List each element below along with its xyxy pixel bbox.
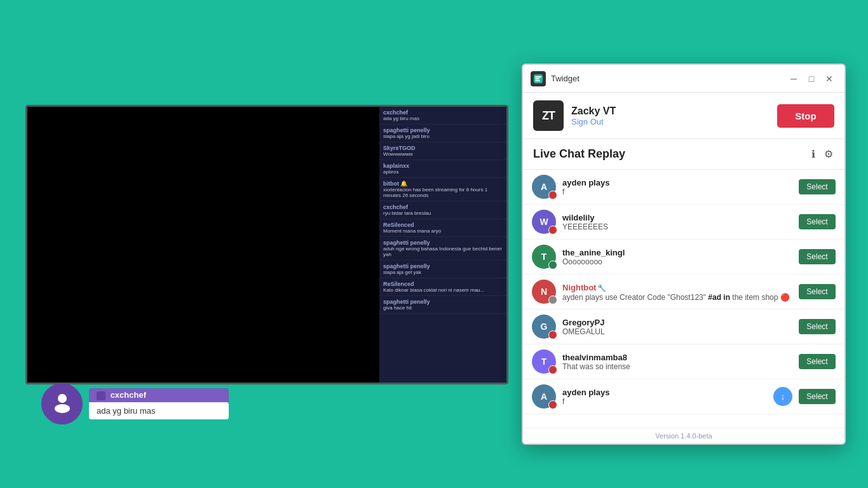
stream-chat-item: spaghetti penellyaduh nge wrong bahasa I… (379, 237, 506, 261)
user-avatar: ZT (533, 100, 564, 131)
chat-section-title: Live Chat Replay (533, 147, 810, 161)
chat-item-message: That was so intense (562, 362, 792, 371)
chat-section: Live Chat Replay ℹ ⚙ Aayden playsfSelect… (523, 139, 844, 428)
stream-chat-item: spaghetti penellygiva hace hit (379, 296, 506, 314)
svg-rect-5 (535, 80, 540, 81)
chat-item-username: thealvinmamba8 (562, 353, 792, 362)
user-name: Zacky VT (571, 105, 777, 117)
svg-point-1 (55, 404, 70, 413)
minimize-button[interactable]: ─ (786, 71, 801, 86)
stream-chat-item: cxchchefada yg biru mas (379, 107, 506, 125)
select-button[interactable]: Select (799, 249, 836, 264)
avatar-badge (548, 261, 557, 269)
chat-user-avatar: G (532, 315, 556, 339)
chat-item-content: Nightbot🔧ayden plays use Creator Code "G… (562, 281, 792, 302)
stream-chat-item: spaghetti penellysiapa aja yg jadi biru (379, 125, 506, 142)
chat-item-username: the_anine_kingl (562, 248, 792, 257)
chat-list-item: Tthealvinmamba8That was so intenseSelect (523, 344, 844, 379)
chat-item-username: ayden plays (562, 388, 767, 397)
stream-chat-item: bitbot 🔔xxxtentacion has been streaming … (379, 178, 506, 201)
chat-section-header: Live Chat Replay ℹ ⚙ (523, 139, 844, 170)
app-icon (531, 71, 546, 86)
chat-bubble-content: cxchchef ada yg biru mas (89, 388, 229, 419)
chat-item-message: f (562, 187, 792, 196)
stream-chat-panel: cxchchefada yg biru masspaghetti penelly… (379, 107, 506, 383)
chat-item-content: GregoryPJOMEGALUL (562, 318, 792, 336)
chat-item-content: thealvinmamba8That was so intense (562, 353, 792, 371)
filter-icon-button[interactable]: ⚙ (823, 147, 834, 161)
chat-list-item: WwildelilyYEEEEEEESSelect (523, 205, 844, 240)
chat-bubble-container: cxchchef ada yg biru mas (41, 383, 229, 424)
chat-user-avatar: A (532, 175, 556, 199)
avatar-badge (548, 191, 557, 200)
stream-chat-item: spaghetti penellysiapa aja get yak (379, 261, 506, 278)
stream-chat-item: cxchchefryu bidar lara breslau (379, 201, 506, 219)
stream-chat-item: ReSilencedMoment mana mana aryo (379, 219, 506, 237)
svg-rect-3 (535, 76, 541, 78)
select-button[interactable]: Select (799, 389, 836, 404)
chat-bubble-avatar (41, 383, 83, 424)
avatar-badge (548, 226, 557, 234)
chat-item-message: ayden plays use Creator Code "Ghost123" … (562, 293, 792, 302)
chat-item-username: wildelily (562, 213, 792, 222)
sign-out-link[interactable]: Sign Out (571, 117, 777, 126)
info-icon-button[interactable]: ℹ (810, 147, 817, 161)
chat-user-avatar: N (532, 280, 556, 304)
chat-list-item: Aayden playsf↓Select (523, 379, 844, 414)
chat-list-item: Aayden playsfSelect (523, 170, 844, 205)
stream-window: cxchchefada yg biru masspaghetti penelly… (25, 105, 508, 384)
select-button[interactable]: Select (799, 214, 836, 229)
user-info: Zacky VT Sign Out (571, 105, 777, 126)
svg-point-0 (58, 394, 67, 403)
header-icons: ℹ ⚙ (810, 147, 834, 161)
chat-item-message: f (562, 397, 767, 406)
maximize-button[interactable]: □ (804, 71, 819, 86)
chat-item-username: Nightbot🔧 (562, 281, 792, 293)
chat-user-avatar: A (532, 384, 556, 409)
select-button[interactable]: Select (799, 179, 836, 194)
chat-item-content: ayden playsf (562, 178, 792, 196)
svg-rect-4 (535, 78, 539, 79)
app-header: ZT Zacky VT Sign Out Stop (523, 93, 844, 139)
stop-button[interactable]: Stop (777, 104, 834, 128)
chat-user-avatar: T (532, 349, 556, 374)
chat-list-item: Tthe_anine_kinglOooooooooSelect (523, 240, 844, 274)
close-button[interactable]: ✕ (822, 71, 837, 86)
twidget-window: Twidget ─ □ ✕ ZT Zacky VT Sign Out Stop … (522, 64, 846, 445)
chat-item-username: GregoryPJ (562, 318, 792, 327)
app-title: Twidget (551, 74, 786, 83)
window-controls: ─ □ ✕ (786, 71, 837, 86)
scroll-to-bottom-button[interactable]: ↓ (773, 387, 792, 406)
chat-user-avatar: T (532, 245, 556, 269)
avatar-badge (548, 295, 557, 304)
avatar-badge (548, 400, 557, 409)
stream-chat-item: ReSilencedKalo dikoar biasa coklat nori … (379, 278, 506, 296)
chat-bubble-message: ada yg biru mas (89, 402, 229, 419)
select-button[interactable]: Select (799, 354, 836, 369)
chat-list-item: GGregoryPJOMEGALULSelect (523, 309, 844, 344)
chat-item-content: the_anine_kinglOoooooooo (562, 248, 792, 266)
select-button[interactable]: Select (799, 284, 836, 299)
twitch-badge-icon (97, 391, 105, 400)
chat-list-item: NNightbot🔧ayden plays use Creator Code "… (523, 274, 844, 309)
select-button[interactable]: Select (799, 319, 836, 334)
chat-item-message: Ooooooooo (562, 257, 792, 266)
chat-item-content: wildelilyYEEEEEEES (562, 213, 792, 231)
chat-bubble-username: cxchchef (89, 388, 229, 402)
chat-item-message: OMEGALUL (562, 327, 792, 336)
stream-video (27, 107, 396, 383)
avatar-person-icon (51, 390, 74, 417)
chat-item-username: ayden plays (562, 178, 792, 187)
stream-chat-item: kaplainxxapbros (379, 160, 506, 178)
version-bar: Version 1.4.0-beta (523, 428, 844, 444)
chat-item-content: ayden playsf (562, 388, 767, 406)
chat-item-message: YEEEEEEES (562, 222, 792, 231)
stream-chat-item: SkyreTGODWowwwwww (379, 142, 506, 160)
avatar-badge (548, 330, 557, 339)
avatar-badge (548, 365, 557, 374)
chat-user-avatar: W (532, 210, 556, 234)
title-bar: Twidget ─ □ ✕ (523, 65, 844, 93)
chat-list: Aayden playsfSelectWwildelilyYEEEEEEESSe… (523, 170, 844, 428)
